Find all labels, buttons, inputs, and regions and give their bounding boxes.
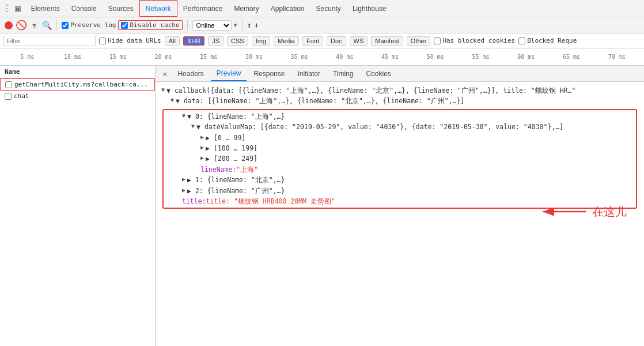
tick-9: 45 ms — [368, 54, 413, 60]
tab-elements[interactable]: Elements — [25, 0, 66, 17]
item1-text: ▶ 1: {lineName: "北京",…} — [187, 175, 285, 185]
item2-arrow[interactable] — [182, 186, 185, 195]
preserve-log-input[interactable] — [62, 22, 69, 29]
item2-line: ▶ 2: {lineName: "广州",…} — [182, 186, 636, 196]
download-icon[interactable]: ⬇ — [254, 21, 259, 30]
callback-arrow[interactable] — [161, 85, 165, 95]
right-panel-tabs: ✕ Headers Preview Response Initiator Tim… — [156, 66, 644, 82]
preview-content: ▼ callback({data: [{lineName: "上海",…}, {… — [156, 82, 644, 215]
filter-media[interactable]: Media — [274, 36, 299, 46]
devtools-top-tabs: ⋮ ▣ Elements Console Sources Network Per… — [0, 0, 644, 17]
tick-3: 15 ms — [95, 54, 141, 60]
tab-network[interactable]: Network — [139, 0, 177, 17]
range0-line: ▶ [0 … 99] — [200, 133, 636, 143]
tick-8: 40 ms — [322, 54, 368, 60]
has-blocked-cookies-checkbox[interactable]: Has blocked cookies — [434, 37, 515, 44]
range2-text: ▶ [200 … 249] — [206, 153, 257, 164]
preserve-log-checkbox[interactable]: Preserve log — [62, 21, 116, 29]
devtools-icon: ⋮ — [2, 3, 12, 14]
tick-12: 60 ms — [503, 54, 549, 60]
range0-text: ▶ [0 … 99] — [206, 133, 245, 143]
right-panel: ✕ Headers Preview Response Initiator Tim… — [156, 66, 644, 346]
panel-tab-initiator[interactable]: Initiator — [292, 66, 326, 81]
range1-text: ▶ [100 … 199] — [206, 143, 257, 153]
separator-2 — [187, 20, 188, 31]
datevaluemap-line: ▼ dateValueMap: [{date: "2019-05-29", va… — [191, 122, 636, 132]
tab-security[interactable]: Security — [310, 0, 347, 17]
filter-all[interactable]: All — [165, 36, 180, 46]
filter-img[interactable]: Img — [252, 36, 270, 46]
tab-console[interactable]: Console — [66, 0, 103, 17]
tab-application[interactable]: Application — [265, 0, 310, 17]
panel-tab-preview[interactable]: Preview — [211, 66, 247, 81]
tick-2: 10 ms — [50, 54, 96, 60]
search-icon[interactable]: 🔍 — [41, 20, 52, 31]
request-checkbox-1[interactable] — [5, 93, 12, 100]
tab-sources[interactable]: Sources — [103, 0, 139, 17]
disable-cache-checkbox[interactable]: Disable cache — [118, 20, 182, 30]
network-toolbar: 🚫 ⚗ 🔍 Preserve log Disable cache Online … — [0, 17, 644, 33]
range0-arrow[interactable] — [200, 133, 204, 142]
title-value: title: "螺纹钢 HRB400 20MM 走势图" — [206, 196, 335, 206]
tab-lighthouse[interactable]: Lighthouse — [347, 0, 392, 17]
tick-6: 30 ms — [232, 54, 277, 60]
highlight-box: ▼ 0: {lineName: "上海",…} ▼ dateValueMap: … — [162, 109, 637, 209]
filter-manifest[interactable]: Manifest — [371, 36, 403, 46]
filter-js[interactable]: JS — [208, 36, 223, 46]
clear-button[interactable]: 🚫 — [16, 20, 26, 31]
tab-performance[interactable]: Performance — [177, 0, 229, 17]
filter-icon[interactable]: ⚗ — [29, 20, 39, 31]
arrow-svg — [537, 200, 589, 223]
tick-4: 20 ms — [141, 54, 186, 60]
annotation-container: 在这儿 — [537, 200, 627, 223]
tick-10: 50 ms — [412, 54, 458, 60]
data-line: ▼ data: [{lineName: "上海",…}, {lineName: … — [171, 96, 638, 106]
filter-input[interactable] — [3, 36, 96, 46]
has-blocked-cookies-input[interactable] — [434, 37, 441, 44]
panel-tab-response[interactable]: Response — [248, 66, 290, 81]
tick-14: 70 ms — [594, 54, 639, 60]
range1-arrow[interactable] — [200, 143, 204, 152]
has-blocked-cookies-label: Has blocked cookies — [442, 37, 515, 44]
panel-tab-headers[interactable]: Headers — [172, 66, 209, 81]
tick-11: 55 ms — [458, 54, 503, 60]
tick-5: 25 ms — [186, 54, 232, 60]
blocked-request-input[interactable] — [518, 37, 525, 44]
item1-arrow[interactable] — [182, 175, 185, 184]
separator-3 — [242, 20, 243, 31]
network-throttle-select[interactable]: Online Fast 3G Slow 3G Offline — [192, 20, 232, 31]
linename-value: "上海" — [236, 164, 258, 175]
hide-data-urls-input[interactable] — [99, 37, 106, 44]
filter-font[interactable]: Font — [302, 36, 323, 46]
item0-arrow[interactable] — [182, 111, 185, 121]
title-key: title: — [182, 196, 206, 206]
hide-data-urls-label: Hide data URLs — [108, 37, 161, 44]
record-icon — [5, 21, 13, 29]
request-item-1[interactable]: chat — [0, 91, 155, 101]
tab-memory[interactable]: Memory — [228, 0, 264, 17]
filter-css[interactable]: CSS — [227, 36, 248, 46]
panel-close-button[interactable]: ✕ — [159, 69, 171, 78]
disable-cache-input[interactable] — [121, 22, 128, 29]
filter-doc[interactable]: Doc — [327, 36, 346, 46]
datevaluemap-arrow[interactable] — [191, 122, 195, 131]
request-checkbox-0[interactable] — [5, 81, 12, 88]
filter-other[interactable]: Other — [407, 36, 431, 46]
data-text: ▼ data: [{lineName: "上海",…}, {lineName: … — [176, 96, 464, 106]
item0-line: ▼ 0: {lineName: "上海",…} — [182, 111, 636, 122]
upload-icon[interactable]: ⬆ — [247, 21, 252, 30]
blocked-request-checkbox[interactable]: Blocked Reque — [518, 37, 577, 44]
panel-tab-timing[interactable]: Timing — [327, 66, 359, 81]
filter-xhr[interactable]: XHR — [183, 36, 204, 46]
main-area: Name getChartMultiCity.ms?callback=ca...… — [0, 66, 644, 346]
item0-text: ▼ 0: {lineName: "上海",…} — [187, 111, 285, 122]
request-item-0[interactable]: getChartMultiCity.ms?callback=ca... — [0, 78, 155, 91]
range2-arrow[interactable] — [200, 153, 204, 163]
linename-key: lineName: — [200, 164, 236, 175]
throttle-arrow: ▼ — [234, 22, 237, 28]
panel-tab-cookies[interactable]: Cookies — [360, 66, 396, 81]
record-button[interactable] — [3, 20, 14, 31]
data-arrow[interactable] — [171, 96, 174, 105]
filter-ws[interactable]: WS — [350, 36, 368, 46]
hide-data-urls-checkbox[interactable]: Hide data URLs — [99, 37, 161, 44]
